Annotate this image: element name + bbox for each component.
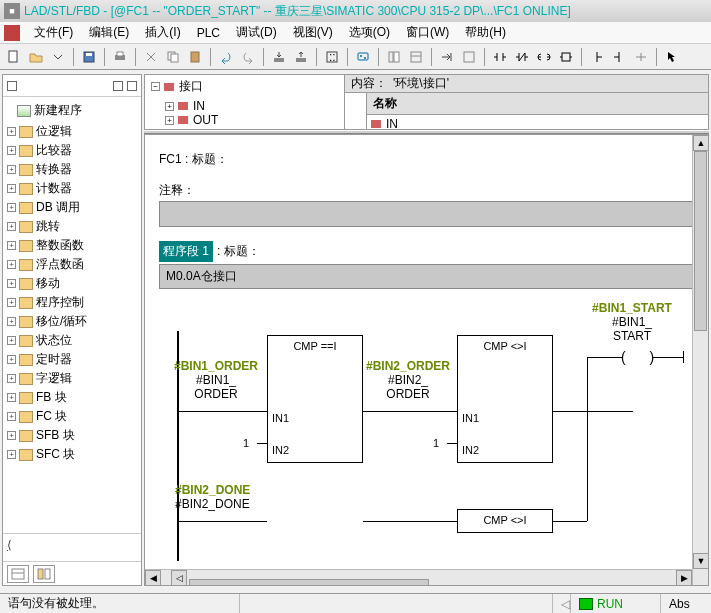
menu-options[interactable]: 选项(O) <box>341 21 398 44</box>
scroll-thumb[interactable] <box>694 151 707 331</box>
contact-nc-icon[interactable] <box>512 47 532 67</box>
tab-catalog[interactable] <box>7 565 29 583</box>
redo-button[interactable] <box>238 47 258 67</box>
expand-icon[interactable]: + <box>7 374 16 383</box>
menu-plc[interactable]: PLC <box>189 23 228 43</box>
panel-control-icon[interactable] <box>7 81 17 91</box>
save-button[interactable] <box>79 47 99 67</box>
ref-button[interactable]: :: <box>322 47 342 67</box>
interface-root-row[interactable]: − 接口 <box>151 78 203 95</box>
catalog-button[interactable] <box>384 47 404 67</box>
tree-item[interactable]: +DB 调用 <box>5 198 139 217</box>
paste-button[interactable] <box>185 47 205 67</box>
tree-item[interactable]: +定时器 <box>5 350 139 369</box>
menu-view[interactable]: 视图(V) <box>285 21 341 44</box>
panel-control-icon[interactable] <box>127 81 137 91</box>
menu-file[interactable]: 文件(F) <box>26 21 81 44</box>
tree-item[interactable]: +比较器 <box>5 141 139 160</box>
ladder-network[interactable]: CMP ==I IN1 IN2 #BIN1_ORDER #BIN1_ORDER … <box>159 311 694 571</box>
undo-button[interactable] <box>216 47 236 67</box>
panel-control-icon[interactable] <box>113 81 123 91</box>
menu-help[interactable]: 帮助(H) <box>457 21 514 44</box>
scroll-left-icon[interactable]: ◀ <box>145 570 161 586</box>
box-icon[interactable] <box>556 47 576 67</box>
collapse-icon[interactable]: − <box>151 82 160 91</box>
tree-item[interactable]: +计数器 <box>5 179 139 198</box>
new-button[interactable] <box>4 47 24 67</box>
expand-icon[interactable]: + <box>7 184 16 193</box>
expand-icon[interactable]: + <box>7 279 16 288</box>
menu-insert[interactable]: 插入(I) <box>137 21 188 44</box>
expand-icon[interactable]: + <box>7 203 16 212</box>
upload-button[interactable] <box>291 47 311 67</box>
tree-item[interactable]: +跳转 <box>5 217 139 236</box>
expand-icon[interactable]: + <box>7 260 16 269</box>
expand-icon[interactable]: + <box>7 165 16 174</box>
tab-prev-icon[interactable]: ◁ <box>171 570 187 586</box>
cmp-ne-box[interactable]: CMP <>I IN1 IN2 <box>457 335 553 463</box>
tree-root[interactable]: 新建程序 <box>5 101 139 120</box>
tree-item[interactable]: +移动 <box>5 274 139 293</box>
goto-button[interactable] <box>437 47 457 67</box>
expand-icon[interactable]: + <box>7 336 16 345</box>
coil-icon[interactable] <box>534 47 554 67</box>
menu-debug[interactable]: 调试(D) <box>228 21 285 44</box>
tree-item[interactable]: +SFB 块 <box>5 426 139 445</box>
catalog-tree[interactable]: 新建程序 +位逻辑+比较器+转换器+计数器+DB 调用+跳转+整数函数+浮点数函… <box>3 97 141 533</box>
cmp-ne-box-2[interactable]: CMP <>I <box>457 509 553 533</box>
horizontal-scrollbar[interactable]: ◀ ◁ ▶ <box>145 569 692 585</box>
branch-close-icon[interactable] <box>609 47 629 67</box>
expand-icon[interactable]: + <box>7 450 16 459</box>
expand-icon[interactable]: + <box>7 412 16 421</box>
menu-window[interactable]: 窗口(W) <box>398 21 457 44</box>
expand-icon[interactable]: + <box>165 102 174 111</box>
expand-icon[interactable]: + <box>7 393 16 402</box>
scroll-right-icon[interactable]: ▶ <box>676 570 692 586</box>
branch-open-icon[interactable] <box>587 47 607 67</box>
menu-edit[interactable]: 编辑(E) <box>81 21 137 44</box>
expand-icon[interactable]: + <box>7 355 16 364</box>
tab-call[interactable] <box>33 565 55 583</box>
segment-comment[interactable]: M0.0A仓接口 <box>159 264 694 289</box>
open-dropdown-icon[interactable] <box>48 47 68 67</box>
vertical-scrollbar[interactable]: ▲ ▼ <box>692 135 708 585</box>
expand-icon[interactable]: + <box>7 127 16 136</box>
open-button[interactable] <box>26 47 46 67</box>
expand-icon[interactable]: + <box>7 222 16 231</box>
download-button[interactable] <box>269 47 289 67</box>
cmp-eq-box[interactable]: CMP ==I IN1 IN2 <box>267 335 363 463</box>
block-comment-box[interactable] <box>159 201 694 227</box>
tree-item[interactable]: +状态位 <box>5 331 139 350</box>
interface-out-row[interactable]: + OUT <box>165 113 338 127</box>
tree-item[interactable]: +浮点数函 <box>5 255 139 274</box>
ladder-editor[interactable]: FC1 : 标题： 注释： 程序段 1 : 标题： M0.0A仓接口 <box>144 134 709 586</box>
segment-badge[interactable]: 程序段 1 <box>159 241 213 262</box>
monitor-button[interactable] <box>353 47 373 67</box>
print-button[interactable] <box>110 47 130 67</box>
expand-icon[interactable]: + <box>7 431 16 440</box>
expand-icon[interactable]: + <box>7 146 16 155</box>
expand-icon[interactable]: + <box>7 317 16 326</box>
contact-no-icon[interactable] <box>490 47 510 67</box>
expand-icon[interactable]: + <box>7 241 16 250</box>
help-cursor-icon[interactable] <box>662 47 682 67</box>
expand-icon[interactable]: + <box>165 116 174 125</box>
scroll-down-icon[interactable]: ▼ <box>693 553 709 569</box>
tree-item[interactable]: +程序控制 <box>5 293 139 312</box>
copy-button[interactable] <box>163 47 183 67</box>
expand-icon[interactable]: + <box>7 298 16 307</box>
tree-item[interactable]: +移位/循环 <box>5 312 139 331</box>
scroll-thumb[interactable] <box>189 579 429 587</box>
conn-icon[interactable] <box>631 47 651 67</box>
structure-button[interactable] <box>406 47 426 67</box>
tree-item[interactable]: +转换器 <box>5 160 139 179</box>
tree-item[interactable]: +位逻辑 <box>5 122 139 141</box>
tree-item[interactable]: +字逻辑 <box>5 369 139 388</box>
scroll-up-icon[interactable]: ▲ <box>693 135 709 151</box>
tree-item[interactable]: +SFC 块 <box>5 445 139 464</box>
cut-button[interactable] <box>141 47 161 67</box>
find-button[interactable] <box>459 47 479 67</box>
tree-item[interactable]: +FB 块 <box>5 388 139 407</box>
tree-item[interactable]: +整数函数 <box>5 236 139 255</box>
tree-item[interactable]: +FC 块 <box>5 407 139 426</box>
